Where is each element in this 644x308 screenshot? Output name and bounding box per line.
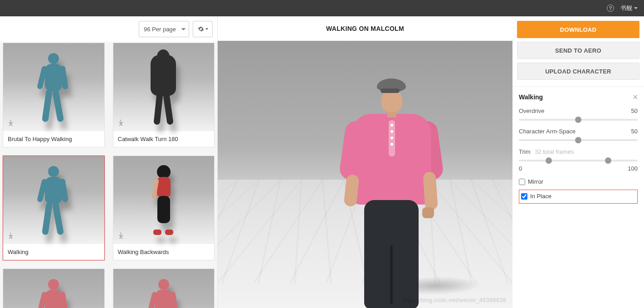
character-malcolm (347, 71, 447, 308)
arm-space-label: Character Arm-Space (519, 128, 576, 135)
trim-from: 0 (519, 165, 522, 172)
animation-card[interactable]: Walking (3, 156, 105, 260)
animation-list-panel: 96 Per page Brutal To Happy WalkingCatwa… (0, 16, 218, 308)
animation-thumbnail (113, 269, 215, 308)
in-place-highlight: In Place (519, 190, 638, 204)
in-place-label: In Place (530, 193, 551, 200)
user-menu[interactable]: 书舰 (620, 4, 638, 12)
in-place-checkbox[interactable] (521, 193, 527, 200)
send-to-aero-button[interactable]: SEND TO AERO (517, 42, 639, 59)
mirror-label: Mirror (528, 178, 543, 185)
list-toolbar: 96 Per page (0, 16, 217, 42)
arm-space-row: Character Arm-Space 50 (519, 128, 638, 144)
animation-thumbnail (3, 269, 104, 308)
per-page-select[interactable]: 96 Per page (139, 21, 189, 37)
overdrive-label: Overdrive (519, 108, 544, 114)
close-icon[interactable]: × (633, 93, 638, 101)
animation-thumbnail (3, 156, 104, 244)
animation-card-label: Walking Backwards (113, 244, 215, 260)
list-settings-button[interactable] (193, 21, 213, 37)
overdrive-value: 50 (631, 108, 638, 114)
properties-panel: DOWNLOAD SEND TO AERO UPLOAD CHARACTER W… (512, 16, 644, 308)
animation-thumbnail (113, 156, 215, 244)
animation-grid-scroll[interactable]: Brutal To Happy WalkingCatwalk Walk Turn… (0, 42, 217, 308)
viewport-panel: WALKING ON MALCOLM https://blog.csdn.net… (218, 16, 512, 308)
running-icon (7, 119, 15, 127)
animation-grid: Brutal To Happy WalkingCatwalk Walk Turn… (3, 43, 215, 308)
animation-card[interactable] (113, 269, 215, 308)
chevron-down-icon (205, 28, 208, 30)
overdrive-row: Overdrive 50 (519, 108, 638, 123)
mirror-checkbox[interactable] (519, 179, 525, 185)
animation-card-label: Brutal To Happy Walking (3, 131, 104, 147)
running-icon (7, 232, 15, 240)
running-icon (117, 119, 125, 127)
animation-card[interactable] (3, 269, 105, 308)
animation-card-label: Catwalk Walk Turn 180 (113, 131, 215, 147)
trim-hint: 32 total frames (535, 148, 574, 155)
main: 96 Per page Brutal To Happy WalkingCatwa… (0, 16, 644, 308)
animation-card-label: Walking (3, 244, 104, 260)
gear-icon (198, 26, 204, 32)
help-icon[interactable]: ? (607, 5, 614, 12)
trim-row: Trim 32 total frames 0 100 (519, 148, 638, 172)
panel-title: Walking (519, 93, 543, 101)
in-place-checkbox-row[interactable]: In Place (521, 193, 635, 200)
upload-character-button[interactable]: UPLOAD CHARACTER (517, 63, 639, 80)
animation-thumbnail (3, 43, 104, 131)
animation-card[interactable]: Catwalk Walk Turn 180 (113, 43, 215, 147)
3d-viewport[interactable]: https://blog.csdn.net/weixin_45389639 (218, 41, 512, 308)
download-button[interactable]: DOWNLOAD (517, 21, 639, 38)
chevron-down-icon (634, 7, 638, 9)
animation-properties: Walking × Overdrive 50 Character Arm-Spa… (512, 86, 644, 204)
topbar: ? 书舰 (0, 0, 644, 16)
trim-to: 100 (628, 165, 638, 172)
mirror-checkbox-row[interactable]: Mirror (519, 178, 638, 185)
trim-slider[interactable] (519, 157, 638, 164)
arm-space-slider[interactable] (519, 137, 638, 144)
animation-card[interactable]: Brutal To Happy Walking (3, 43, 105, 147)
trim-label: Trim (519, 148, 531, 155)
animation-thumbnail (113, 43, 215, 131)
overdrive-slider[interactable] (519, 116, 638, 123)
running-icon (117, 232, 125, 240)
animation-card[interactable]: Walking Backwards (113, 156, 215, 260)
viewport-title: WALKING ON MALCOLM (218, 16, 512, 41)
user-label: 书舰 (620, 4, 632, 12)
arm-space-value: 50 (631, 128, 638, 135)
